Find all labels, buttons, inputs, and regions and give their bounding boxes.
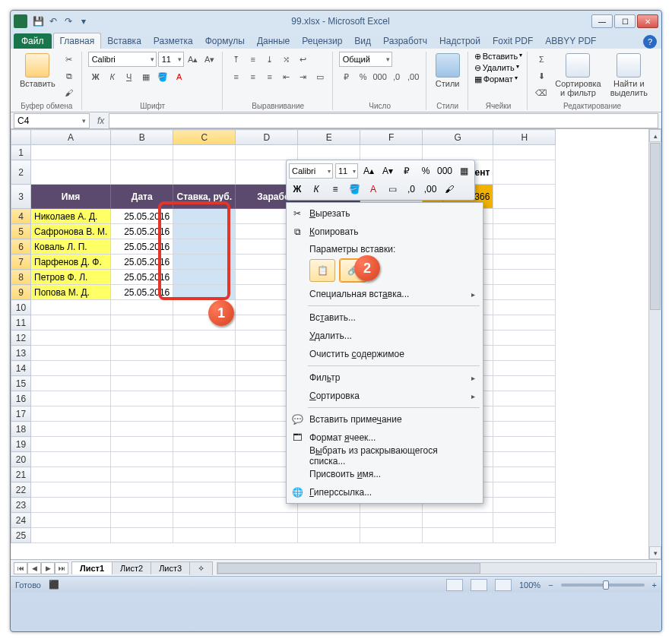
select-all-corner[interactable] — [11, 130, 31, 145]
row-4[interactable]: 4 — [11, 209, 31, 224]
mini-incdec-icon[interactable]: ,0 — [403, 181, 420, 198]
cm-insert[interactable]: Вставить... — [287, 308, 483, 327]
row-2[interactable]: 2 — [11, 160, 31, 185]
align-bottom-icon[interactable]: ⤓ — [262, 52, 277, 67]
fill-color-icon[interactable]: 🪣 — [155, 69, 170, 84]
styles-button[interactable]: Стили — [433, 52, 463, 90]
cell-date[interactable]: 25.05.2016 — [111, 239, 173, 255]
number-format-combo[interactable]: Общий — [339, 52, 392, 67]
paste-values-icon[interactable]: 📋 — [309, 259, 335, 282]
percent-icon[interactable]: % — [356, 69, 371, 84]
grow-font-icon[interactable]: A▴ — [185, 52, 201, 67]
underline-button[interactable]: Ч — [122, 69, 137, 84]
align-left-icon[interactable]: ≡ — [229, 69, 244, 84]
mini-grow-font-icon[interactable]: A▴ — [360, 163, 377, 179]
cm-hyperlink[interactable]: 🌐Гиперссылка... — [287, 483, 483, 501]
tab-layout[interactable]: Разметка — [147, 33, 199, 49]
cell-date[interactable]: 25.05.2016 — [111, 270, 173, 285]
row-3[interactable]: 3 — [11, 185, 31, 209]
cell-rate[interactable] — [173, 209, 236, 224]
indent-inc-icon[interactable]: ⇥ — [296, 69, 311, 84]
horizontal-scrollbar[interactable] — [217, 562, 657, 574]
mini-border-icon[interactable]: ▦ — [455, 163, 472, 179]
row-6[interactable]: 6 — [11, 239, 31, 255]
italic-button[interactable]: К — [105, 69, 120, 84]
mini-percent-icon[interactable]: % — [417, 163, 434, 179]
col-b[interactable]: B — [111, 130, 173, 145]
help-icon[interactable]: ? — [643, 35, 657, 49]
tab-developer[interactable]: Разработч — [377, 33, 433, 49]
row-7[interactable]: 7 — [11, 255, 31, 270]
border-icon[interactable]: ▦ — [138, 69, 154, 84]
col-h[interactable]: H — [493, 130, 556, 145]
font-color-icon[interactable]: A — [172, 69, 187, 84]
cell-date[interactable]: 25.05.2016 — [111, 285, 173, 300]
scroll-thumb[interactable] — [650, 143, 661, 310]
col-d[interactable]: D — [236, 130, 298, 145]
close-button[interactable]: ✕ — [637, 14, 658, 28]
view-layout-icon[interactable] — [471, 579, 487, 591]
zoom-slider[interactable] — [561, 583, 645, 587]
comma-icon[interactable]: 000 — [372, 69, 388, 84]
qat-dropdown-icon[interactable]: ▾ — [78, 15, 90, 27]
orientation-icon[interactable]: ⤭ — [279, 52, 294, 67]
sheet-tab-3[interactable]: Лист3 — [151, 561, 190, 574]
mini-size-combo[interactable]: 11 — [335, 163, 358, 179]
cm-format-cells[interactable]: 🗔Формат ячеек... — [287, 429, 483, 447]
sheet-tab-1[interactable]: Лист1 — [71, 561, 113, 574]
cell-name[interactable]: Петров Ф. Л. — [31, 270, 111, 285]
tab-view[interactable]: Вид — [348, 33, 377, 49]
col-e[interactable]: E — [298, 130, 360, 145]
sheet-nav-prev-icon[interactable]: ◀ — [27, 562, 41, 574]
cm-filter[interactable]: Фильтр▸ — [287, 368, 483, 387]
cut-icon[interactable]: ✂ — [62, 52, 77, 67]
fx-icon[interactable]: fx — [93, 115, 109, 126]
tab-addins[interactable]: Надстрой — [433, 33, 487, 49]
col-c[interactable]: C — [173, 130, 236, 145]
macro-record-icon[interactable]: ⬛ — [49, 580, 59, 590]
mini-comma-icon[interactable]: 000 — [436, 163, 453, 179]
shrink-font-icon[interactable]: A▾ — [202, 52, 217, 67]
fill-icon[interactable]: ⬇ — [534, 68, 549, 84]
tab-review[interactable]: Рецензир — [296, 33, 348, 49]
align-center-icon[interactable]: ≡ — [246, 69, 261, 84]
mini-fill-icon[interactable]: 🪣 — [346, 181, 363, 198]
clear-icon[interactable]: ⌫ — [534, 85, 549, 100]
merge-icon[interactable]: ▭ — [312, 69, 328, 84]
paste-link-icon[interactable]: 🔗 2 — [340, 259, 366, 282]
mini-font-combo[interactable]: Calibri — [289, 163, 333, 179]
scroll-down-icon[interactable]: ▾ — [649, 546, 661, 559]
mini-merge-icon[interactable]: ▭ — [384, 181, 401, 198]
autosum-icon[interactable]: Σ — [534, 52, 549, 67]
maximize-button[interactable]: ☐ — [614, 14, 636, 28]
cm-define-name[interactable]: Присвоить имя... — [287, 465, 483, 483]
cm-sort[interactable]: Сортировка▸ — [287, 387, 483, 405]
col-f[interactable]: F — [360, 130, 423, 145]
currency-icon[interactable]: ₽ — [339, 69, 354, 84]
cell-rate[interactable] — [173, 224, 236, 239]
cell-rate[interactable] — [173, 285, 236, 300]
row-8[interactable]: 8 — [11, 270, 31, 285]
zoom-out-icon[interactable]: − — [548, 580, 553, 590]
sheet-nav-first-icon[interactable]: ⏮ — [14, 562, 27, 574]
format-cells-button[interactable]: ▦Формат▾ — [474, 74, 518, 84]
cm-paste-special[interactable]: Специальная вставка...▸ — [287, 285, 483, 303]
cell-rate[interactable] — [173, 239, 236, 255]
view-break-icon[interactable] — [495, 579, 512, 591]
cm-delete[interactable]: Удалить... — [287, 327, 483, 345]
cm-dropdown-list[interactable]: Выбрать из раскрывающегося списка... — [287, 447, 483, 465]
cell-rate[interactable] — [173, 255, 236, 270]
mini-fontcolor-icon[interactable]: A — [365, 181, 382, 198]
mini-formatpainter-icon[interactable]: 🖌 — [441, 181, 458, 198]
insert-cells-button[interactable]: ⊕Вставить▾ — [474, 52, 523, 62]
row-9[interactable]: 9 — [11, 285, 31, 300]
cm-clear[interactable]: Очистить содержимое — [287, 345, 483, 363]
new-sheet-icon[interactable]: ✧ — [189, 561, 213, 575]
cell-date[interactable]: 25.05.2016 — [111, 255, 173, 270]
name-box[interactable]: C4 — [14, 113, 90, 128]
cell-name[interactable]: Николаев А. Д. — [31, 209, 111, 224]
worksheet-grid[interactable]: A B C D E F G H 1 2Коэффициент 3 Имя Дат… — [11, 129, 661, 559]
sheet-nav-last-icon[interactable]: ⏭ — [55, 562, 68, 574]
mini-shrink-font-icon[interactable]: A▾ — [379, 163, 396, 179]
font-size-combo[interactable]: 11 — [158, 52, 184, 67]
